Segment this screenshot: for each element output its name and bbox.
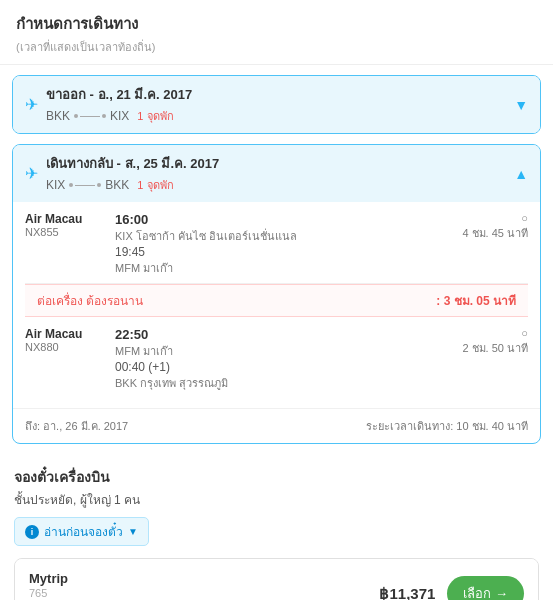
flight-2-arrive-time: 00:40 (+1) [115, 360, 438, 374]
return-route-dots [69, 183, 101, 187]
page-title: กำหนดการเดินทาง [16, 12, 537, 36]
flight-1-duration: ○ 4 ชม. 45 นาที [438, 212, 528, 242]
flight-2-duration-text: 2 ชม. 50 นาที [438, 339, 528, 357]
return-body: Air Macau NX855 16:00 KIX โอซาก้า คันไซ … [13, 202, 540, 408]
info-button-label: อ่านก่อนจองตั๋ว [44, 522, 123, 541]
flight-2-times: 22:50 MFM มาเก๊า 00:40 (+1) BKK กรุงเทพ … [115, 327, 438, 392]
flight-row-2: Air Macau NX880 22:50 MFM มาเก๊า 00:40 (… [25, 317, 528, 398]
return-from: KIX [46, 178, 65, 192]
flight-1-times: 16:00 KIX โอซาก้า คันไซ อินเตอร์เนชั่นแน… [115, 212, 438, 277]
layover-duration: : 3 ชม. 05 นาที [436, 291, 516, 310]
plane-icon: ✈ [25, 95, 38, 114]
outbound-info: ขาออก - อ., 21 มี.ค. 2017 BKK KIX 1 จุดพ… [46, 84, 192, 125]
return-stopovers: 1 จุดพัก [137, 176, 173, 194]
layover-text: ต่อเครื่อง ต้องรอนาน [37, 291, 143, 310]
return-to: BKK [105, 178, 129, 192]
return-route: KIX BKK 1 จุดพัก [46, 176, 219, 194]
outbound-title: ขาออก - อ., 21 มี.ค. 2017 [46, 84, 192, 105]
booking-section: จองตั๋วเครื่องบิน ชั้นประหยัด, ผู้ใหญ่ 1… [0, 454, 553, 600]
outbound-from: BKK [46, 109, 70, 123]
vendor-name: Mytrip [29, 571, 379, 586]
route-dots [74, 114, 106, 118]
select-button[interactable]: เลือก → [447, 576, 524, 600]
page-subtitle: (เวลาที่แสดงเป็นเวลาท้องถิ่น) [16, 38, 537, 56]
flight-1-duration-text: 4 ชม. 45 นาที [438, 224, 528, 242]
info-button[interactable]: i อ่านก่อนจองตั๋ว ▼ [14, 517, 149, 546]
booking-title: จองตั๋วเครื่องบิน [14, 466, 539, 488]
flight-2-depart-airport: MFM มาเก๊า [115, 342, 438, 360]
outbound-chevron-icon[interactable]: ▼ [514, 97, 528, 113]
layover-row: ต่อเครื่อง ต้องรอนาน : 3 ชม. 05 นาที [25, 284, 528, 317]
flight-1-depart-time: 16:00 [115, 212, 438, 227]
outbound-header-left: ✈ ขาออก - อ., 21 มี.ค. 2017 BKK KIX 1 จุ… [25, 84, 192, 125]
outbound-to: KIX [110, 109, 129, 123]
arrival-date: ถึง: อา., 26 มี.ค. 2017 [25, 417, 128, 435]
flight-1-depart-airport: KIX โอซาก้า คันไซ อินเตอร์เนชั่นแนล [115, 227, 438, 245]
vendor-row: Mytrip 765 ★★★★★ ฿11,371 เลือก → [15, 559, 538, 600]
vendor-price: ฿11,371 [379, 585, 435, 601]
page-header: กำหนดการเดินทาง (เวลาที่แสดงเป็นเวลาท้อง… [0, 0, 553, 65]
vendor-id: 765 [29, 587, 379, 599]
outbound-header[interactable]: ✈ ขาออก - อ., 21 มี.ค. 2017 BKK KIX 1 จุ… [13, 76, 540, 133]
main-container: กำหนดการเดินทาง (เวลาที่แสดงเป็นเวลาท้อง… [0, 0, 553, 600]
outbound-segment: ✈ ขาออก - อ., 21 มี.ค. 2017 BKK KIX 1 จุ… [12, 75, 541, 134]
flight-2-arrive-airport: BKK กรุงเทพ สุวรรณภูมิ [115, 374, 438, 392]
flight-2-duration: ○ 2 ชม. 50 นาที [438, 327, 528, 357]
vendor-left: Mytrip 765 ★★★★★ [29, 571, 379, 600]
vendor-list: Mytrip 765 ★★★★★ ฿11,371 เลือก → DeNA TR… [14, 558, 539, 600]
flight-2-number: NX880 [25, 341, 115, 353]
return-header-left: ✈ เดินทางกลับ - ส., 25 มี.ค. 2017 KIX BK… [25, 153, 219, 194]
flight-2-airline: Air Macau NX880 [25, 327, 115, 353]
return-info: เดินทางกลับ - ส., 25 มี.ค. 2017 KIX BKK … [46, 153, 219, 194]
flight-2-depart-time: 22:50 [115, 327, 438, 342]
flight-1-arrive-airport: MFM มาเก๊า [115, 259, 438, 277]
flight-2-airline-name: Air Macau [25, 327, 115, 341]
flight-1-airline-name: Air Macau [25, 212, 115, 226]
flight-row-1: Air Macau NX855 16:00 KIX โอซาก้า คันไซ … [25, 202, 528, 284]
return-segment: ✈ เดินทางกลับ - ส., 25 มี.ค. 2017 KIX BK… [12, 144, 541, 444]
return-header[interactable]: ✈ เดินทางกลับ - ส., 25 มี.ค. 2017 KIX BK… [13, 145, 540, 202]
return-chevron-icon[interactable]: ▲ [514, 166, 528, 182]
arrival-info: ถึง: อา., 26 มี.ค. 2017 ระยะเวลาเดินทาง:… [13, 408, 540, 443]
flight-1-airline: Air Macau NX855 [25, 212, 115, 238]
flight-1-number: NX855 [25, 226, 115, 238]
flight-1-arrive-time: 19:45 [115, 245, 438, 259]
flight-1-direct: ○ [438, 212, 528, 224]
total-duration: ระยะเวลาเดินทาง: 10 ชม. 40 นาที [366, 417, 528, 435]
info-icon: i [25, 525, 39, 539]
flight-2-direct: ○ [438, 327, 528, 339]
return-title: เดินทางกลับ - ส., 25 มี.ค. 2017 [46, 153, 219, 174]
booking-subtitle: ชั้นประหยัด, ผู้ใหญ่ 1 คน [14, 490, 539, 509]
return-plane-icon: ✈ [25, 164, 38, 183]
outbound-route: BKK KIX 1 จุดพัก [46, 107, 192, 125]
info-chevron-down-icon: ▼ [128, 526, 138, 537]
outbound-stopovers: 1 จุดพัก [137, 107, 173, 125]
